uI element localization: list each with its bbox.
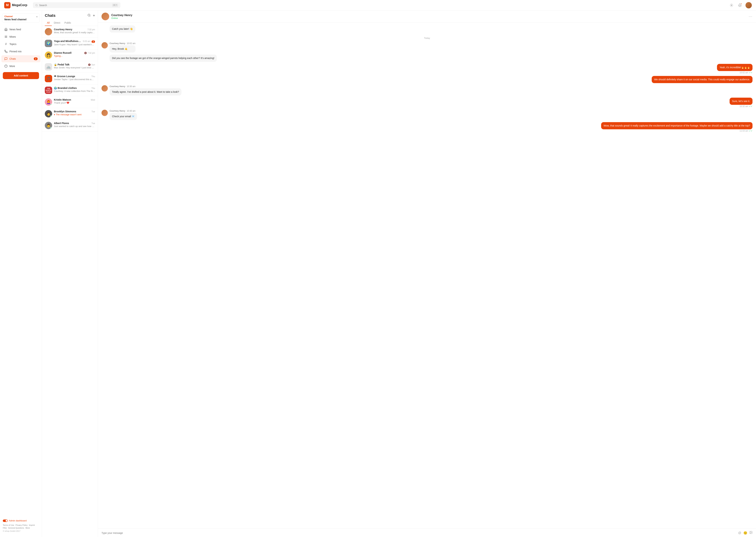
message-input[interactable] (102, 532, 736, 534)
notifications-button[interactable] (737, 2, 743, 8)
message-bubble-group: Courtney Henry 10:02 am Hey, Brook 🤙 (109, 42, 136, 53)
message-bubble: Wow, that sounds great! It really captur… (601, 122, 752, 129)
message-bubble: Yeah, it's incredible!🔥🔥🔥 (717, 64, 752, 71)
chat-preview: Just wanted to catch up and see how you'… (54, 125, 95, 128)
sidebar-item-label: Pinned mix (10, 50, 21, 53)
chat-name: Yoga and Mindfulness Di... (54, 40, 82, 43)
home-icon (4, 28, 8, 31)
check-icon: ✓✓ (749, 105, 752, 107)
chat-item-groove[interactable]: 🎵 👁 Groove Lounge Thu Jordan Taylor: I j… (42, 73, 98, 85)
user-avatar-image (745, 2, 752, 8)
message-bubble-group: Did you see the footage we got of the or… (109, 55, 217, 62)
search-bar[interactable]: ⌘ F (33, 2, 120, 8)
chat-avatar: 👩‍🦰 (45, 98, 52, 106)
emoji-button[interactable]: 🙂 (743, 531, 747, 535)
svg-line-1 (37, 6, 38, 6)
imprint-link[interactable]: Imprint (29, 524, 35, 526)
chat-time: Thu (91, 75, 95, 78)
mention-button[interactable]: @ (738, 531, 741, 535)
privacy-link[interactable]: Privacy Policy (16, 524, 27, 526)
copyright: © tchop GmbH 2017 (3, 530, 39, 532)
more-options-button[interactable]: ··· (749, 15, 752, 19)
chat-name: Kristin Watson (54, 98, 71, 101)
chevron-down-icon: ▾ (36, 16, 37, 18)
message-sender-time: Courtney Henry 10:30 am (109, 85, 182, 88)
sidebar-item-news-feed[interactable]: News feed (1, 26, 40, 33)
channel-selector[interactable]: Channel News feed channel ▾ (2, 13, 40, 23)
tab-all[interactable]: All (45, 20, 52, 26)
sidebar-item-label: Chats (10, 58, 16, 60)
sidebar-item-mixes[interactable]: Mixes (1, 33, 40, 40)
message-bubble: Totally agree. I've drafted a post about… (109, 88, 182, 96)
mute-icon: 🔇 (84, 52, 87, 54)
sidebar-item-label: Topics (10, 43, 17, 46)
message-header: Courtney Henry Online ··· (98, 11, 756, 22)
chat-name: Courtney Henry (54, 28, 72, 31)
chat-item-brooklyn[interactable]: 👩 Brooklyn Simmons Tue ♦ The message was… (42, 108, 98, 120)
chat-item-branded[interactable]: THE NORTH FACE 🌍 Branded clothes Thu Cou… (42, 85, 98, 96)
tab-public[interactable]: Public (62, 20, 73, 26)
contact-name: Courtney Henry (111, 14, 749, 17)
general-questions-link[interactable]: General Questions (8, 527, 24, 529)
more-footer-link[interactable]: More (25, 527, 30, 529)
search-input[interactable] (39, 4, 111, 7)
add-content-button[interactable]: Add content (3, 72, 39, 79)
chat-content: Courtney Henry 7:32 pm Wow, that sounds … (54, 28, 95, 35)
chats-header-actions: + (88, 13, 95, 18)
message-time: 10:02 am (127, 42, 136, 45)
chat-item-pedal[interactable]: 🚲 🔒 Pedal Talk 🔇 Sun Max Smith: Hey ever… (42, 61, 98, 73)
chat-item-albert[interactable]: 👨 Albert Flores Tue Just wanted to catch… (42, 120, 98, 131)
logo[interactable]: M MegaCorp (4, 2, 27, 8)
search-chats-button[interactable] (88, 14, 91, 18)
message-bubble: We should definitely share it on our soc… (652, 76, 752, 83)
message-sender: Courtney Henry (109, 85, 125, 88)
sidebar-item-topics[interactable]: # Topics (1, 41, 40, 48)
sidebar-item-label: More (10, 65, 15, 67)
message-time-row: 10:32 am ✓✓ (739, 105, 752, 107)
date-divider: Today (102, 37, 752, 39)
chat-time: 🔇 Sun (88, 63, 95, 66)
chat-item-courtney[interactable]: Courtney Henry 7:32 pm Wow, that sounds … (42, 26, 98, 38)
chat-name: Albert Flores (54, 122, 69, 125)
svg-line-10 (90, 16, 90, 16)
chats-panel: Chats + All Direct Public Courtney Henry (42, 11, 98, 537)
chat-preview: Jane Kuper: Hey team! I just wanted to s… (54, 43, 95, 46)
svg-point-0 (36, 4, 37, 6)
chat-name: 👁 Groove Lounge (54, 75, 75, 78)
sidebar: Channel News feed channel ▾ News feed Mi… (0, 11, 42, 537)
admin-dashboard-link[interactable]: Admin dashboard (3, 519, 39, 522)
attachment-button[interactable] (749, 531, 752, 535)
sidebar-bottom: Admin dashboard Terms of Use Privacy Pol… (0, 517, 42, 534)
message-row-me: Wow, that sounds great! It really captur… (102, 122, 752, 132)
sidebar-item-pinned-mix[interactable]: Pinned mix (1, 48, 40, 55)
terms-link[interactable]: Terms of Use (3, 524, 14, 526)
mixes-icon (4, 35, 8, 38)
search-icon (35, 4, 38, 7)
message-bubble: Sure, let's see it. (730, 98, 752, 105)
tab-direct[interactable]: Direct (52, 20, 63, 26)
message-row: Catch you later! 👋 (102, 25, 752, 32)
sidebar-item-chats[interactable]: Chats 2 (1, 55, 40, 62)
channel-label: Channel (4, 15, 26, 18)
faq-link[interactable]: FAQ (3, 527, 7, 529)
app-name: MegaCorp (12, 3, 27, 7)
more-icon (4, 64, 8, 68)
sidebar-item-more[interactable]: More (1, 62, 40, 70)
chat-avatar: 👨 (45, 122, 52, 129)
message-time: 10:30 am (127, 110, 136, 112)
message-bubble-group: Catch you later! 👋 (109, 25, 135, 32)
user-avatar[interactable] (745, 2, 752, 8)
message-bubble-group: Wow, that sounds great! It really captur… (601, 122, 752, 132)
settings-button[interactable] (729, 2, 734, 8)
chat-item-yoga[interactable]: 🌍 Yoga and Mindfulness Di... 5:03 am 2 J… (42, 38, 98, 49)
message-row: Courtney Henry 10:02 am Hey, Brook 🤙 (102, 42, 752, 53)
chat-time: Wed (91, 99, 95, 101)
message-input-area: @ 🙂 (98, 529, 756, 537)
message-time: 10:30 am (127, 85, 136, 88)
message-bubble: Hey, Brook 🤙 (109, 45, 136, 53)
message-bubble-group: Courtney Henry 10:30 am Check your email… (109, 110, 137, 120)
new-chat-button[interactable]: + (93, 13, 95, 18)
chat-item-dianne[interactable]: 👩 Dianne Russell 🔇 7:32 pm Typing... (42, 49, 98, 61)
message-bubble-group: Courtney Henry 10:30 am Totally agree. I… (109, 85, 182, 96)
chat-item-kristin[interactable]: 👩‍🦰 Kristin Watson Wed Thank you!!!❤️ (42, 96, 98, 108)
